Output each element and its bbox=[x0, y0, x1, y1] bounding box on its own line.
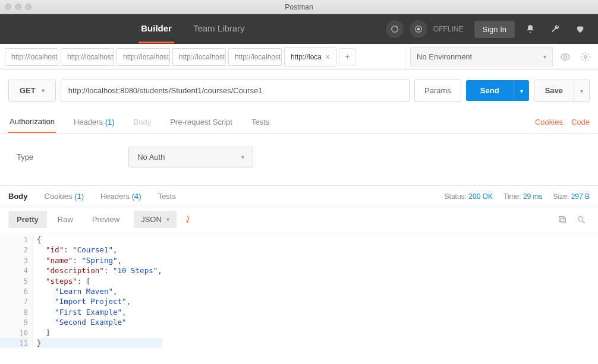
chevron-down-icon: ▾ bbox=[241, 154, 244, 160]
cookies-link[interactable]: Cookies bbox=[535, 118, 563, 126]
format-select[interactable]: JSON▾ bbox=[134, 211, 177, 228]
tab-prerequest[interactable]: Pre-request Script bbox=[169, 112, 234, 132]
add-tab-button[interactable]: + bbox=[339, 48, 355, 65]
sign-in-button[interactable]: Sign In bbox=[474, 21, 515, 38]
wrap-lines-icon[interactable]: ⤸ bbox=[179, 211, 196, 227]
save-caret[interactable]: ▾ bbox=[574, 80, 590, 102]
window-titlebar: Postman bbox=[0, 0, 598, 14]
environment-label: No Environment bbox=[417, 52, 472, 61]
window-max-dot[interactable] bbox=[25, 4, 32, 10]
svg-point-7 bbox=[578, 216, 583, 221]
chevron-down-icon: ▾ bbox=[42, 87, 45, 94]
response-viewbar: Pretty Raw Preview JSON▾ ⤸ bbox=[0, 205, 598, 233]
settings-wrench-icon[interactable] bbox=[546, 20, 565, 39]
request-tab[interactable]: http://localhost bbox=[228, 48, 282, 66]
close-icon[interactable]: × bbox=[325, 52, 330, 62]
svg-line-8 bbox=[583, 221, 585, 223]
svg-rect-6 bbox=[559, 216, 564, 221]
tab-tests[interactable]: Tests bbox=[250, 112, 270, 132]
request-tab[interactable]: http://localhost bbox=[172, 48, 226, 66]
line-gutter: 1 2 3 4 5 6 7 8 9 10 11 bbox=[0, 235, 33, 348]
resp-tab-body[interactable]: Body bbox=[8, 192, 28, 201]
request-tab-active[interactable]: http://loca× bbox=[284, 48, 336, 67]
size-meta: Size: 297 B bbox=[553, 192, 590, 201]
window-close-dot[interactable] bbox=[5, 4, 11, 10]
url-input[interactable] bbox=[61, 80, 410, 102]
env-quicklook-icon[interactable] bbox=[558, 52, 573, 62]
tab-headers[interactable]: Headers (1) bbox=[73, 112, 116, 132]
method-select[interactable]: GET▾ bbox=[8, 80, 56, 102]
send-caret[interactable]: ▾ bbox=[514, 80, 529, 101]
code-link[interactable]: Code bbox=[571, 118, 590, 126]
nav-builder[interactable]: Builder bbox=[139, 15, 174, 43]
tab-body[interactable]: Body bbox=[133, 112, 153, 132]
svg-point-2 bbox=[417, 28, 420, 30]
offline-label: OFFLINE bbox=[433, 25, 464, 33]
environment-select[interactable]: No Environment ▾ bbox=[410, 47, 553, 67]
send-button[interactable]: Send bbox=[466, 80, 514, 101]
response-body: 1 2 3 4 5 6 7 8 9 10 11 { "id": "Course1… bbox=[0, 233, 598, 348]
view-raw[interactable]: Raw bbox=[49, 211, 81, 228]
sync-icon[interactable] bbox=[386, 20, 404, 38]
svg-point-4 bbox=[584, 55, 587, 58]
auth-type-label: Type bbox=[17, 153, 33, 162]
params-button[interactable]: Params bbox=[414, 80, 461, 102]
window-title: Postman bbox=[285, 3, 313, 11]
resp-tab-cookies[interactable]: Cookies (1) bbox=[45, 192, 84, 201]
response-section: Body Cookies (1) Headers (4) Tests Statu… bbox=[0, 185, 598, 348]
top-nav: Builder Team Library OFFLINE Sign In bbox=[0, 14, 598, 44]
auth-panel: Type No Auth▾ bbox=[0, 134, 598, 185]
window-min-dot[interactable] bbox=[15, 4, 21, 10]
request-tab[interactable]: http://localhost bbox=[5, 48, 58, 66]
env-settings-icon[interactable] bbox=[578, 52, 593, 62]
chevron-down-icon: ▾ bbox=[166, 216, 169, 223]
view-pretty[interactable]: Pretty bbox=[8, 211, 47, 228]
tab-authorization[interactable]: Authorization bbox=[8, 111, 56, 133]
capture-icon[interactable] bbox=[410, 20, 427, 38]
chevron-down-icon: ▾ bbox=[543, 53, 546, 60]
request-bar: GET▾ Params Send ▾ Save ▾ bbox=[0, 70, 598, 111]
resp-tab-tests[interactable]: Tests bbox=[158, 192, 176, 201]
copy-icon[interactable] bbox=[554, 215, 571, 224]
view-preview[interactable]: Preview bbox=[84, 211, 128, 228]
heart-icon[interactable] bbox=[571, 20, 590, 39]
request-tab[interactable]: http://localhost bbox=[61, 48, 114, 66]
code-body[interactable]: { "id": "Course1", "name": "Spring", "de… bbox=[33, 235, 162, 348]
auth-type-select[interactable]: No Auth▾ bbox=[128, 147, 253, 167]
tabs-row: http://localhost http://localhost http:/… bbox=[0, 44, 598, 70]
svg-rect-5 bbox=[561, 218, 565, 223]
resp-tab-headers[interactable]: Headers (4) bbox=[100, 192, 141, 201]
search-icon[interactable] bbox=[573, 215, 590, 224]
notifications-icon[interactable] bbox=[521, 20, 540, 39]
nav-team-library[interactable]: Team Library bbox=[191, 15, 247, 43]
request-subtabs: Authorization Headers (1) Body Pre-reque… bbox=[0, 111, 598, 134]
time-meta: Time: 29 ms bbox=[503, 192, 543, 201]
status-meta: Status: 200 OK bbox=[445, 192, 493, 201]
save-button[interactable]: Save bbox=[534, 80, 574, 102]
request-tab[interactable]: http://localhost bbox=[117, 48, 170, 66]
svg-point-3 bbox=[564, 55, 567, 58]
